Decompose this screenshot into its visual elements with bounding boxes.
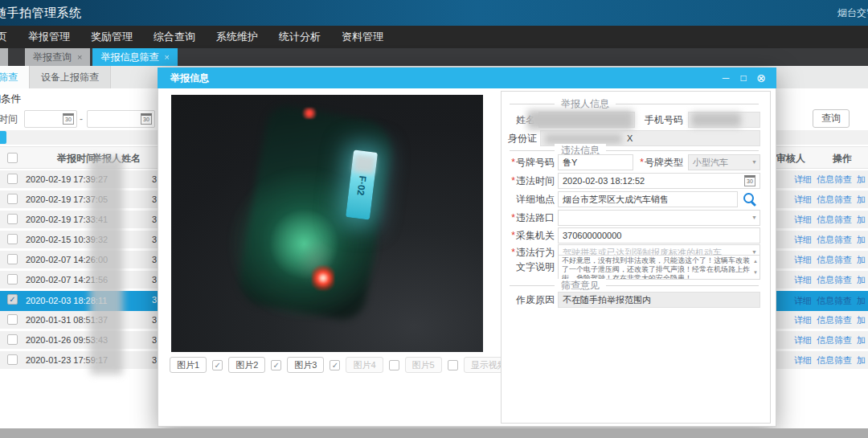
action-link-2[interactable]: 信息筛查 xyxy=(817,255,852,264)
row-checkbox[interactable] xyxy=(7,254,18,264)
select-all-checkbox[interactable] xyxy=(7,153,18,163)
tab-1[interactable]: 首页 xyxy=(0,48,8,66)
row-actions: 详细信息筛查加 xyxy=(794,351,868,369)
image-button-2[interactable]: 图片2 xyxy=(228,357,265,373)
action-link-1[interactable]: 详细 xyxy=(794,215,812,224)
action-link-1[interactable]: 详细 xyxy=(794,315,812,325)
violation-time-input[interactable]: 2020-02-03 18:12:52 xyxy=(558,173,760,189)
action-link-1[interactable]: 详细 xyxy=(794,275,812,284)
tab-2[interactable]: 举报查询× xyxy=(25,48,90,66)
plate-no-input[interactable]: 鲁Y xyxy=(558,154,633,170)
image-checkbox-2[interactable]: ✓ xyxy=(271,360,281,370)
action-link-2[interactable]: 信息筛查 xyxy=(817,315,852,325)
row-checkbox[interactable] xyxy=(7,354,18,365)
row-checkbox[interactable] xyxy=(7,214,18,224)
menu-item-1[interactable]: 首页 xyxy=(0,26,18,48)
void-reason-input[interactable]: 不在随手拍举报范围内 xyxy=(558,292,760,308)
action-link-2[interactable]: 信息筛查 xyxy=(817,355,852,365)
action-link-1[interactable]: 详细 xyxy=(794,255,812,264)
menu-item-2[interactable]: 举报管理 xyxy=(18,26,80,48)
cell-id-partial: 3 xyxy=(152,291,157,309)
tab-close-icon[interactable]: × xyxy=(77,48,82,66)
image-button-3[interactable]: 图片3 xyxy=(287,357,324,373)
close-icon[interactable]: ⊗ xyxy=(752,72,770,84)
action-link-2[interactable]: 信息筛查 xyxy=(817,335,852,345)
row-checkbox[interactable] xyxy=(7,274,18,284)
description-textarea[interactable]: 不好意思，没有找到非法改装，只能选这个了！这辆车改装了一个电子泄压阀，还改装了排… xyxy=(558,255,760,280)
action-link-3[interactable]: 加 xyxy=(857,255,866,264)
action-link-2[interactable]: 信息筛查 xyxy=(817,194,852,204)
row-checkbox[interactable] xyxy=(7,194,18,204)
calendar-icon[interactable]: 30 xyxy=(63,113,74,125)
action-link-2[interactable]: 信息筛查 xyxy=(817,275,852,284)
idcard-label: 身份证 xyxy=(503,130,537,146)
calendar-icon[interactable]: 30 xyxy=(141,113,152,125)
date-to-input[interactable]: 30 xyxy=(87,110,155,128)
crossing-select[interactable] xyxy=(558,210,760,226)
scroll-up-icon[interactable]: ▲ xyxy=(753,257,758,266)
section-reporter-label: 举报人信息 xyxy=(555,97,616,111)
cell-id-partial: 3 xyxy=(152,271,157,289)
agency-input[interactable]: 370600000000 xyxy=(558,227,760,244)
maximize-icon[interactable]: □ xyxy=(735,72,752,84)
section-review-label: 筛查意见 xyxy=(555,279,606,293)
scroll-down-icon[interactable]: ▼ xyxy=(753,268,758,277)
row-checkbox[interactable] xyxy=(7,174,18,184)
action-link-2[interactable]: 信息筛查 xyxy=(817,235,852,244)
required-asterisk: * xyxy=(511,175,515,186)
action-link-2[interactable]: 信息筛查 xyxy=(817,296,852,305)
tab-close-icon[interactable]: × xyxy=(164,48,169,66)
crossing-label: 违法路口 xyxy=(516,212,555,223)
action-link-1[interactable]: 详细 xyxy=(794,355,812,365)
image-checkbox-5[interactable] xyxy=(448,360,458,370)
menu-item-7[interactable]: 资料管理 xyxy=(331,26,394,48)
action-link-3[interactable]: 加 xyxy=(857,315,866,325)
address-input[interactable]: 烟台市芝罘区大成汽车销售 xyxy=(558,191,738,207)
action-link-3[interactable]: 加 xyxy=(857,275,866,284)
search-icon[interactable] xyxy=(741,191,759,207)
cell-id-partial: 3 xyxy=(152,351,157,369)
action-link-3[interactable]: 加 xyxy=(857,194,866,204)
action-link-1[interactable]: 详细 xyxy=(794,194,812,204)
action-link-1[interactable]: 详细 xyxy=(794,296,812,305)
column-header-action: 操作 xyxy=(833,147,865,170)
row-actions: 详细信息筛查加 xyxy=(794,331,868,349)
action-link-2[interactable]: 信息筛查 xyxy=(817,174,852,184)
row-checkbox[interactable] xyxy=(7,234,18,244)
action-link-3[interactable]: 加 xyxy=(857,235,866,244)
tab-3[interactable]: 举报信息筛查× xyxy=(92,48,177,66)
action-link-3[interactable]: 加 xyxy=(857,335,866,345)
row-checkbox[interactable] xyxy=(7,314,18,325)
image-checkbox-4[interactable] xyxy=(389,360,399,370)
image-button-5[interactable]: 图片5 xyxy=(405,357,442,373)
image-checkbox-3[interactable]: ✓ xyxy=(330,360,340,370)
action-link-2[interactable]: 信息筛查 xyxy=(817,215,852,224)
plate-type-select[interactable]: 小型汽车 xyxy=(688,154,760,170)
minimize-icon[interactable]: ─ xyxy=(717,72,735,84)
query-button[interactable]: 查询 xyxy=(813,109,850,128)
action-link-1[interactable]: 详细 xyxy=(794,235,812,244)
calendar-icon[interactable]: 30 xyxy=(744,175,755,186)
required-asterisk: * xyxy=(511,157,515,168)
action-link-3[interactable]: 加 xyxy=(857,296,866,305)
image-button-4[interactable]: 图片4 xyxy=(346,357,383,373)
action-link-3[interactable]: 加 xyxy=(857,355,866,365)
subtab-2[interactable]: 设备上报筛查 xyxy=(30,66,111,88)
date-from-input[interactable]: 30 xyxy=(24,110,77,128)
row-checkbox[interactable]: ✓ xyxy=(7,294,18,305)
action-link-3[interactable]: 加 xyxy=(857,215,866,224)
menu-item-5[interactable]: 系统维护 xyxy=(206,26,268,48)
row-checkbox[interactable] xyxy=(7,334,18,345)
action-link-1[interactable]: 详细 xyxy=(794,174,812,184)
bottom-scrollbar[interactable] xyxy=(0,428,868,438)
menu-item-3[interactable]: 奖励管理 xyxy=(80,26,143,48)
toolbar-button-partial[interactable] xyxy=(0,131,6,144)
image-checkbox-1[interactable]: ✓ xyxy=(212,360,223,370)
action-link-1[interactable]: 详细 xyxy=(794,335,812,345)
image-button-1[interactable]: 图片1 xyxy=(170,357,207,373)
subtab-1[interactable]: 举报筛查 xyxy=(0,66,30,88)
action-link-3[interactable]: 加 xyxy=(857,174,866,184)
modal-titlebar[interactable]: 举报信息 ─ □ ⊗ xyxy=(158,68,776,88)
menu-item-4[interactable]: 综合查询 xyxy=(143,26,206,48)
menu-item-6[interactable]: 统计分析 xyxy=(268,26,331,48)
